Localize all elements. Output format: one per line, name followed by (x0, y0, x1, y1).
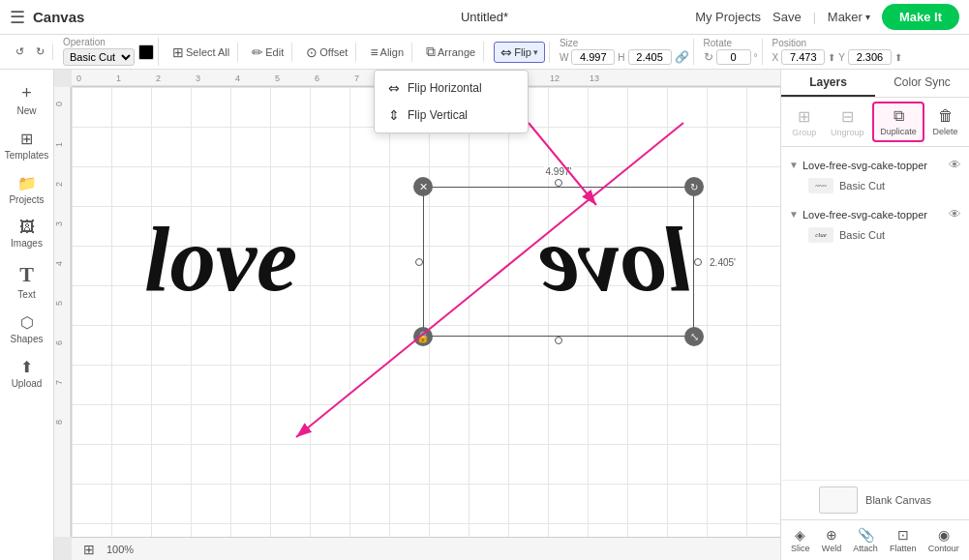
layer-group-1-name: Love-free-svg-cake-topper (802, 160, 945, 171)
new-icon: + (21, 83, 32, 103)
offset-button[interactable]: ⊙ Offset (302, 43, 351, 62)
my-projects-button[interactable]: My Projects (695, 10, 761, 24)
sidebar-item-templates[interactable]: ⊞ Templates (3, 124, 51, 166)
zoom-fit-button[interactable]: ⊞ (79, 540, 99, 559)
layer-item-1-1[interactable]: ~~~ Basic Cut (789, 175, 961, 196)
layer-name-2-1: Basic Cut (839, 229, 885, 241)
attach-button[interactable]: 📎 Attach (849, 524, 882, 556)
panel-tabs: Layers Color Sync (781, 70, 969, 98)
delete-button[interactable]: 🗑 Delete (927, 103, 964, 140)
panel-top-toolbar: ⊞ Group ⊟ Ungroup ⧉ Duplicate 🗑 Delete (781, 98, 969, 147)
layer-group-2-header[interactable]: ▼ Love-free-svg-cake-topper 👁 (789, 204, 961, 224)
operation-group: Operation Basic Cut (59, 38, 159, 66)
ruler-v-svg: 0 1 2 3 4 5 6 7 8 (54, 87, 72, 537)
arrange-button[interactable]: ⧉ Arrange (422, 42, 479, 62)
svg-text:0: 0 (54, 102, 64, 106)
flip-group: ⇔ Flip ▾ (490, 42, 550, 63)
tab-color-sync[interactable]: Color Sync (875, 70, 969, 97)
sidebar-label-templates: Templates (5, 150, 49, 161)
handle-bottom-left: 🔒 (413, 327, 433, 346)
tab-layers[interactable]: Layers (781, 70, 875, 97)
shapes-icon: ⬡ (20, 313, 34, 332)
eye-icon-2[interactable]: 👁 (949, 207, 961, 221)
svg-text:3: 3 (54, 221, 64, 226)
ruler-vertical: 0 1 2 3 4 5 6 7 8 (54, 87, 72, 537)
bottom-panel-toolbar: ◈ Slice ⊕ Weld 📎 Attach ⊡ Flatten ◉ Cont… (781, 519, 969, 560)
duplicate-button[interactable]: ⧉ Duplicate (872, 102, 924, 142)
sidebar-item-shapes[interactable]: ⬡ Shapes (3, 308, 51, 350)
attach-icon: 📎 (858, 527, 874, 543)
layer-group-1: ▼ Love-free-svg-cake-topper 👁 ~~~ Basic … (781, 151, 969, 200)
group-label: Group (792, 128, 816, 137)
layer-item-2-1[interactable]: clue Basic Cut (789, 224, 961, 246)
handle-left-center (415, 258, 423, 266)
layer-thumb-2-1: clue (808, 227, 833, 243)
height-input[interactable] (628, 49, 672, 65)
x-input[interactable] (781, 49, 825, 65)
slice-button[interactable]: ◈ Slice (787, 524, 814, 556)
sidebar-item-projects[interactable]: 📁 Projects (3, 168, 51, 211)
maker-button[interactable]: Maker ▾ (828, 10, 870, 24)
operation-select[interactable]: Basic Cut (63, 48, 135, 66)
layer-group-1-header[interactable]: ▼ Love-free-svg-cake-topper 👁 (789, 155, 961, 175)
svg-text:love: love (538, 208, 691, 309)
selection-box: ✕ ↻ 🔒 ⤡ 4.997' 2.405' (423, 187, 694, 337)
sidebar-item-text[interactable]: T Text (3, 256, 51, 306)
sidebar-item-upload[interactable]: ⬆ Upload (3, 352, 51, 395)
y-input[interactable] (848, 49, 892, 65)
redo-button[interactable]: ↻ (32, 44, 48, 60)
ungroup-label: Ungroup (831, 128, 864, 137)
edit-button[interactable]: ✏ Edit (248, 43, 288, 62)
select-all-button[interactable]: ⊞ Select All (168, 43, 233, 62)
flip-horizontal-option[interactable]: ⇔ Flip Horizontal (375, 74, 528, 102)
svg-text:3: 3 (196, 74, 200, 83)
canvas-area[interactable]: 0 1 2 3 4 5 6 7 8 9 10 11 12 13 0 1 (54, 70, 780, 560)
svg-text:love: love (144, 208, 297, 309)
flatten-button[interactable]: ⊡ Flatten (886, 524, 921, 556)
svg-text:1: 1 (54, 142, 64, 147)
canvas-grid[interactable]: love love ✕ ↻ (72, 87, 780, 537)
layer-group-2-name: Love-free-svg-cake-topper (802, 209, 945, 221)
love-text-right: love (420, 184, 701, 324)
svg-text:5: 5 (275, 74, 280, 83)
svg-text:4: 4 (235, 74, 240, 83)
rotate-group: Rotate ↻ ° (700, 39, 763, 65)
align-button[interactable]: ≡ Align (366, 43, 408, 62)
make-it-button[interactable]: Make It (882, 4, 959, 30)
undo-button[interactable]: ↺ (12, 44, 28, 60)
sidebar-item-images[interactable]: 🖼 Images (3, 213, 51, 254)
duplicate-label: Duplicate (880, 127, 917, 136)
flip-vertical-option[interactable]: ⇕ Flip Vertical (375, 102, 528, 129)
toolbar: ↺ ↻ Operation Basic Cut ⊞ Select All ✏ E… (0, 35, 969, 70)
sidebar-label-projects: Projects (9, 194, 44, 205)
app-title: Canvas (33, 9, 84, 25)
svg-text:0: 0 (76, 74, 81, 83)
menu-icon[interactable]: ☰ (10, 7, 25, 28)
color-swatch[interactable] (138, 44, 154, 60)
ungroup-button[interactable]: ⊟ Ungroup (825, 103, 870, 141)
eye-icon-1[interactable]: 👁 (949, 158, 961, 172)
ungroup-icon: ⊟ (841, 107, 854, 126)
delete-icon: 🗑 (938, 107, 954, 125)
rotate-label: Rotate (704, 39, 758, 48)
edit-group: ✏ Edit (244, 43, 292, 62)
images-icon: 🖼 (19, 219, 35, 236)
rotate-input[interactable] (716, 49, 751, 65)
weld-button[interactable]: ⊕ Weld (818, 524, 845, 556)
group-button[interactable]: ⊞ Group (786, 103, 822, 141)
projects-icon: 📁 (17, 174, 37, 192)
sidebar-item-new[interactable]: + New (3, 77, 51, 122)
contour-button[interactable]: ◉ Contour (924, 524, 963, 556)
zoom-percent-button[interactable]: 100% (103, 542, 137, 557)
blank-canvas-row[interactable]: Blank Canvas (781, 480, 969, 519)
layer-thumb-1-1: ~~~ (808, 178, 833, 193)
save-button[interactable]: Save (772, 10, 802, 24)
link-icon[interactable]: 🔗 (675, 50, 689, 64)
svg-text:5: 5 (54, 301, 64, 306)
delete-label: Delete (933, 127, 958, 136)
size-group: Size W H 🔗 (556, 39, 694, 65)
width-input[interactable] (571, 49, 615, 65)
width-label: W (560, 52, 568, 63)
flip-button[interactable]: ⇔ Flip ▾ (494, 42, 545, 63)
flip-dropdown: ⇔ Flip Horizontal ⇕ Flip Vertical (374, 70, 529, 133)
